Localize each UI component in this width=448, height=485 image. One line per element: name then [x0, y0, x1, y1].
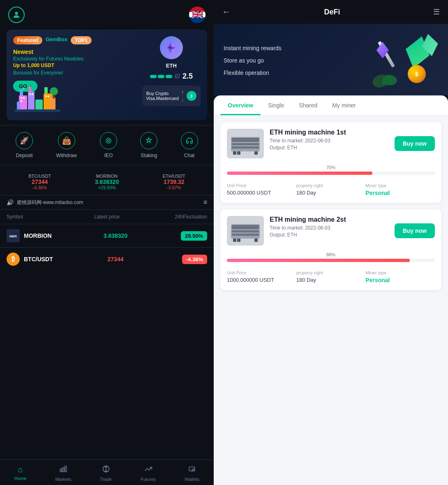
table-row[interactable]: MBR MORBION 3.638320 29.50% — [0, 224, 214, 247]
tab-overview[interactable]: Overview — [220, 95, 261, 115]
home-icon: ⌂ — [18, 465, 23, 474]
deposit-icon: 🚀 — [16, 132, 33, 149]
svg-rect-8 — [17, 102, 20, 110]
tab-featured[interactable]: Featured — [13, 36, 42, 44]
marquee-row: 🔊 蜜桃源码网-www.mitaobo.com ≡ — [0, 195, 214, 210]
btc-change: -4.36% — [146, 255, 207, 264]
progress-row: /// 2.5 — [150, 72, 193, 81]
progress-bar-fill-2 — [227, 259, 410, 262]
svg-rect-16 — [32, 93, 33, 95]
right-panel: ← DeFi ☰ Instant mining rewards Store as… — [214, 0, 448, 485]
svg-rect-31 — [60, 469, 61, 472]
action-ieo[interactable]: IEO — [100, 132, 117, 158]
cards-container: ETH mining machine 1st Time to market: 2… — [214, 116, 448, 485]
marquee-icon: 🔊 — [7, 199, 14, 206]
tab-my-miner[interactable]: My miner — [325, 95, 363, 115]
svg-rect-38 — [232, 138, 259, 142]
deposit-label: Deposit — [16, 153, 33, 158]
svg-rect-2 — [28, 91, 35, 110]
svg-rect-32 — [62, 468, 64, 472]
home-label: Home — [14, 476, 26, 481]
ieo-label: IEO — [104, 153, 113, 158]
svg-rect-48 — [232, 234, 259, 236]
nav-markets[interactable]: Markets — [55, 465, 71, 482]
btc-logo: ₿ — [7, 253, 20, 266]
card-top-2: ETH mining machine 2st Time to market: 2… — [220, 209, 441, 252]
detail-miner-type-1: Miner type Personal — [365, 183, 435, 196]
trade-label: Trade — [100, 477, 112, 482]
gold-coin: $ — [408, 65, 426, 83]
staking-icon — [140, 132, 157, 149]
progress-label-2: 88% — [227, 252, 435, 257]
card-title-2: ETH mining machine 2st — [270, 216, 389, 223]
svg-rect-5 — [20, 89, 23, 95]
withdraw-icon: 👜 — [58, 132, 75, 149]
miner-image-2 — [227, 216, 264, 246]
buy-button-1[interactable]: Buy now — [395, 136, 435, 151]
banner-amount: Up to 1,000 USDT — [13, 63, 137, 68]
action-chat[interactable]: Chat — [181, 132, 198, 158]
flag-icon[interactable]: 🇬🇧 — [189, 7, 206, 23]
eth-label: ETH — [166, 63, 177, 69]
card-title-1: ETH mining machine 1st — [270, 129, 389, 136]
svg-rect-43 — [254, 151, 258, 155]
wallets-label: Wallets — [185, 477, 199, 482]
nav-wallets[interactable]: Wallets — [185, 465, 199, 482]
card-time-2: Time to market: 2022-06-03 — [270, 225, 389, 231]
trade-icon — [102, 465, 110, 475]
tab-shared[interactable]: Shared — [291, 95, 325, 115]
svg-rect-13 — [23, 97, 25, 99]
btc-name: BTC/USDT — [24, 256, 85, 262]
buy-crypto-button[interactable]: Buy Crypto Visa,Mastercard ↑ ↓ ₿ — [142, 86, 201, 106]
tabs-container: Overview Single Shared My miner — [214, 95, 448, 116]
svg-point-27 — [106, 138, 111, 143]
svg-rect-15 — [29, 93, 31, 95]
nav-home[interactable]: ⌂ Home — [14, 465, 26, 482]
market-table: Symbol Latest price 24hFluctuation MBR M… — [0, 210, 214, 459]
progress-section-2: 88% — [220, 252, 441, 265]
svg-rect-6 — [29, 86, 31, 91]
wallets-icon — [188, 465, 196, 475]
card-details-2: Unit Price 1000.000000 USDT property rig… — [220, 265, 441, 290]
back-button[interactable]: ← — [222, 7, 231, 17]
hamburger-icon[interactable]: ☰ — [433, 7, 440, 16]
nav-futures[interactable]: Futures — [141, 465, 156, 482]
markets-label: Markets — [55, 477, 71, 482]
card-details-1: Unit Price 500.000000 USDT property righ… — [220, 178, 441, 203]
tab-gembox[interactable]: GemBox — [46, 36, 67, 44]
hero-banner: Instant mining rewards Store as you go F… — [214, 24, 448, 95]
action-staking[interactable]: Staking — [140, 132, 157, 158]
detail-property-right-1: property right 180 Day — [296, 183, 366, 196]
avatar-icon[interactable] — [8, 7, 25, 23]
ticker: BTC/USDT 27344 -4.36% MORBION 3.638320 +… — [0, 169, 214, 195]
svg-rect-46 — [232, 225, 259, 229]
morbion-change: 29.50% — [146, 231, 207, 241]
svg-rect-49 — [233, 239, 236, 242]
svg-rect-50 — [237, 239, 240, 242]
svg-text:MBR: MBR — [9, 234, 17, 238]
svg-rect-18 — [48, 95, 49, 97]
banner-subtitle: Exclusively for Futures Newbies: — [13, 56, 137, 62]
tab-top1[interactable]: TOP1 — [71, 36, 92, 44]
futures-icon — [144, 465, 152, 475]
banner-tabs: Featured GemBox TOP1 — [13, 36, 137, 44]
progress-bar-bg-1 — [227, 172, 435, 175]
eth-circle — [160, 36, 183, 59]
tab-single[interactable]: Single — [261, 95, 291, 115]
table-row[interactable]: ₿ BTC/USDT 27344 -4.36% — [0, 247, 214, 271]
action-deposit[interactable]: 🚀 Deposit — [16, 132, 33, 158]
nav-trade[interactable]: Trade — [100, 465, 112, 482]
futures-label: Futures — [141, 477, 156, 482]
svg-rect-7 — [44, 87, 48, 93]
hero-feature-3: Flexible operation — [224, 70, 282, 76]
btc-price: 27344 — [85, 256, 146, 262]
buy-button-2[interactable]: Buy now — [395, 223, 435, 238]
markets-icon — [59, 465, 67, 475]
bottom-nav: ⌂ Home Markets Trade Futures Wallets — [0, 459, 214, 485]
svg-rect-41 — [233, 151, 236, 155]
quick-actions: 🚀 Deposit 👜 Withdraw IEO Staking Chat — [0, 125, 214, 165]
svg-rect-14 — [21, 100, 22, 102]
svg-point-0 — [15, 12, 18, 15]
action-withdraw[interactable]: 👜 Withdraw — [56, 132, 77, 158]
svg-rect-33 — [65, 466, 66, 471]
